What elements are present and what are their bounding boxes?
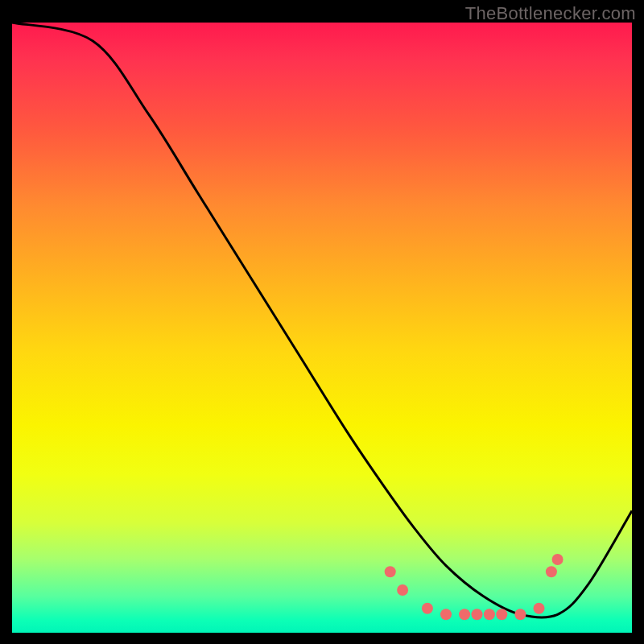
- curve-line: [12, 23, 632, 617]
- plot-area: [12, 23, 632, 633]
- watermark-text: TheBottlenecker.com: [465, 3, 636, 24]
- marker-dots: [385, 554, 564, 620]
- marker-dot: [385, 566, 396, 577]
- marker-dot: [496, 609, 507, 620]
- marker-dot: [459, 609, 470, 620]
- chart-frame: TheBottlenecker.com: [0, 0, 644, 644]
- marker-dot: [472, 609, 483, 620]
- marker-dot: [514, 609, 526, 620]
- bottleneck-curve-path: [12, 23, 632, 617]
- marker-dot: [534, 603, 545, 614]
- marker-dot: [546, 566, 557, 577]
- marker-dot: [552, 554, 564, 565]
- marker-dot: [440, 609, 452, 620]
- marker-dot: [397, 584, 408, 596]
- chart-svg: [12, 23, 632, 633]
- marker-dot: [422, 603, 433, 614]
- marker-dot: [484, 609, 495, 620]
